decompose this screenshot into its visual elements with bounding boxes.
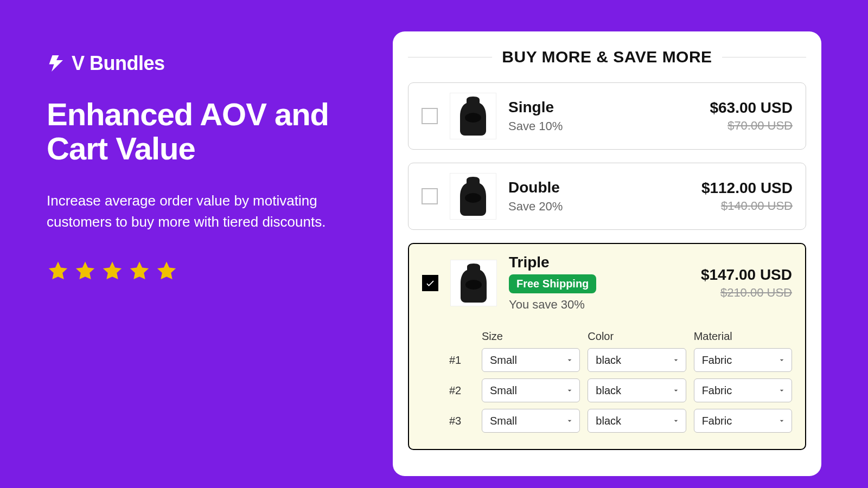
free-shipping-badge: Free Shipping — [509, 274, 596, 293]
tier-name: Double — [508, 179, 690, 196]
chevron-down-icon — [672, 356, 680, 364]
tier-save: You save 30% — [509, 298, 689, 312]
tier-option-triple[interactable]: Triple Free Shipping You save 30% $147.0… — [408, 243, 806, 450]
star-icon — [47, 260, 69, 282]
tier-name: Single — [508, 99, 698, 116]
chevron-down-icon — [672, 386, 680, 395]
divider — [722, 57, 806, 57]
material-select[interactable]: Fabric — [694, 409, 792, 433]
col-material: Material — [694, 330, 792, 343]
hero-panel: V Bundles Enhanced AOV and Cart Value In… — [47, 52, 350, 282]
chevron-down-icon — [565, 356, 574, 364]
tier-info: Single Save 10% — [508, 99, 698, 133]
chevron-down-icon — [565, 386, 574, 395]
tier-save: Save 10% — [508, 119, 698, 133]
size-select[interactable]: Small — [482, 409, 580, 433]
widget-title: BUY MORE & SAVE MORE — [502, 48, 712, 66]
product-thumb — [450, 93, 496, 139]
variant-header-row: Size Color Material — [449, 330, 792, 343]
material-select[interactable]: Fabric — [694, 378, 792, 402]
hero-subhead: Increase average order value by motivati… — [47, 190, 329, 233]
price-current: $147.00 USD — [701, 266, 792, 284]
tier-option-single[interactable]: Single Save 10% $63.00 USD $70.00 USD — [408, 82, 806, 150]
brand-name: V Bundles — [72, 52, 165, 75]
chevron-down-icon — [565, 416, 574, 425]
tier-price: $147.00 USD $210.00 USD — [701, 266, 792, 300]
color-select[interactable]: black — [588, 378, 686, 402]
bundle-widget: BUY MORE & SAVE MORE Single Save 10% $63… — [393, 31, 821, 476]
variant-row: #2 Small black Fabric — [449, 378, 792, 402]
variant-row: #3 Small black Fabric — [449, 409, 792, 433]
price-original: $210.00 USD — [701, 286, 792, 300]
variant-grid: Size Color Material #1 Small black Fabri… — [422, 330, 792, 439]
hero-headline: Enhanced AOV and Cart Value — [47, 98, 350, 165]
chevron-down-icon — [777, 356, 786, 364]
star-icon — [101, 260, 124, 282]
price-original: $140.00 USD — [701, 199, 793, 213]
row-index: #1 — [449, 354, 474, 367]
svg-point-1 — [465, 193, 481, 203]
product-thumb — [450, 260, 497, 306]
price-current: $63.00 USD — [710, 99, 793, 117]
rating-stars — [47, 260, 350, 282]
tier-price: $63.00 USD $70.00 USD — [710, 99, 793, 133]
checkbox[interactable] — [422, 188, 438, 204]
bolt-icon — [47, 54, 66, 73]
material-select[interactable]: Fabric — [694, 348, 792, 372]
tier-name: Triple — [509, 254, 689, 271]
variant-row: #1 Small black Fabric — [449, 348, 792, 372]
color-select[interactable]: black — [588, 409, 686, 433]
svg-point-0 — [465, 113, 481, 123]
checkbox-checked[interactable] — [422, 275, 438, 291]
tier-info: Triple Free Shipping You save 30% — [509, 254, 689, 312]
col-color: Color — [588, 330, 686, 343]
star-icon — [155, 260, 178, 282]
tier-option-double[interactable]: Double Save 20% $112.00 USD $140.00 USD — [408, 163, 806, 230]
divider — [408, 57, 492, 57]
checkbox[interactable] — [422, 108, 438, 124]
row-index: #3 — [449, 415, 474, 427]
price-current: $112.00 USD — [701, 179, 793, 197]
product-thumb — [450, 173, 496, 220]
size-select[interactable]: Small — [482, 348, 580, 372]
star-icon — [128, 260, 151, 282]
tier-info: Double Save 20% — [508, 179, 690, 214]
color-select[interactable]: black — [588, 348, 686, 372]
chevron-down-icon — [672, 416, 680, 425]
tier-price: $112.00 USD $140.00 USD — [701, 179, 793, 213]
chevron-down-icon — [777, 386, 786, 395]
brand-lockup: V Bundles — [47, 52, 350, 75]
tier-save: Save 20% — [508, 200, 690, 214]
row-index: #2 — [449, 384, 474, 397]
svg-point-2 — [465, 280, 482, 290]
star-icon — [74, 260, 97, 282]
size-select[interactable]: Small — [482, 378, 580, 402]
price-original: $70.00 USD — [710, 119, 793, 133]
chevron-down-icon — [777, 416, 786, 425]
check-icon — [425, 278, 436, 288]
col-size: Size — [482, 330, 580, 343]
widget-header: BUY MORE & SAVE MORE — [408, 48, 806, 66]
